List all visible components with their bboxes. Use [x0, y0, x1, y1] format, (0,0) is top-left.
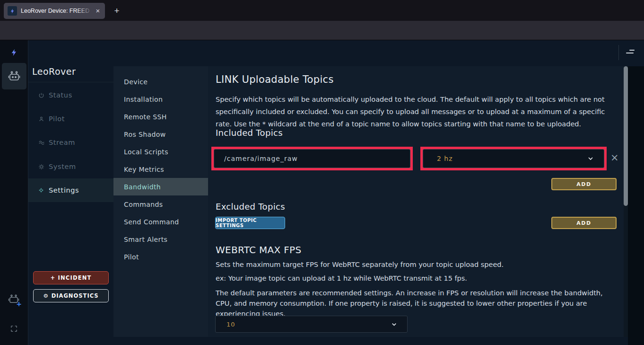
tab-close-icon[interactable]: ×	[94, 7, 102, 15]
menu-item-device[interactable]: Device	[113, 73, 208, 90]
menu-item-label: Key Metrics	[124, 166, 164, 173]
chevron-down-icon	[391, 321, 398, 328]
menu-item-remote-ssh[interactable]: Remote SSH	[113, 108, 208, 125]
sidebar-item-status[interactable]: Status	[28, 83, 113, 107]
fps-select[interactable]: 10	[215, 316, 408, 333]
menu-item-label: Installation	[124, 96, 163, 103]
fullscreen-button[interactable]	[10, 325, 18, 335]
gear-icon	[38, 164, 45, 170]
scrollbar-track[interactable]	[624, 66, 628, 337]
menu-item-pilot[interactable]: Pilot	[113, 248, 208, 265]
diagnostics-label: DIAGNOSTICS	[52, 292, 99, 299]
device-name: LeoRover	[32, 66, 76, 77]
included-topics-heading: Included Topics	[216, 128, 283, 138]
remove-topic-button[interactable]: ×	[610, 152, 619, 163]
chevron-down-icon	[587, 155, 594, 162]
menu-item-label: Smart Alerts	[124, 236, 167, 243]
webrtc-line3: The default parameters are recommended s…	[216, 288, 618, 319]
menu-item-label: Pilot	[124, 253, 139, 261]
settings-submenu: Device Installation Remote SSH Ros Shado…	[113, 66, 208, 337]
power-icon	[38, 92, 45, 98]
menu-item-local-scripts[interactable]: Local Scripts	[113, 143, 208, 160]
menu-item-label: Device	[124, 78, 148, 86]
page-title: LINK Uploadable Topics	[216, 74, 334, 85]
sidebar-item-stream[interactable]: Stream	[28, 131, 113, 154]
plus-icon: +	[16, 300, 22, 308]
sidebar-item-label: Stream	[49, 139, 75, 146]
menu-item-label: Ros Shadow	[124, 131, 166, 138]
diagnostics-button[interactable]: ⚙ DIAGNOSTICS	[33, 289, 109, 302]
sidebar-item-settings[interactable]: Settings	[28, 178, 113, 202]
browser-tab[interactable]: LeoRover Device: FREED ×	[4, 3, 105, 19]
menu-item-send-command[interactable]: Send Command	[113, 213, 208, 230]
fullscreen-icon	[10, 325, 18, 333]
topic-name-input[interactable]	[214, 149, 410, 168]
excluded-topics-heading: Excluded Topics	[216, 202, 285, 212]
robot-icon	[8, 71, 20, 81]
menu-item-label: Commands	[124, 201, 163, 208]
sidebar-item-label: Pilot	[49, 115, 65, 123]
menu-item-label: Send Command	[124, 218, 179, 226]
section-description: Specify which topics will be automatical…	[216, 93, 620, 130]
menu-item-label: Remote SSH	[124, 113, 167, 121]
favicon-tile	[8, 6, 17, 16]
rate-select-value: 2 hz	[423, 155, 587, 162]
rate-select[interactable]: 2 hz	[423, 149, 604, 168]
add-included-topic-button[interactable]: ADD	[551, 178, 617, 190]
webrtc-line1: Sets the maximum target FPS for WebRTC s…	[216, 261, 504, 268]
header-divider	[618, 45, 619, 60]
sidebar-item-system[interactable]: System	[28, 155, 113, 178]
menu-item-smart-alerts[interactable]: Smart Alerts	[113, 230, 208, 248]
import-topic-settings-button[interactable]: IMPORT TOPIC SETTINGS	[215, 217, 285, 229]
right-gutter	[628, 66, 644, 345]
sidebar-divider	[28, 82, 113, 82]
webrtc-heading: WEBRTC MAX FPS	[216, 244, 301, 256]
sidebar-item-label: Settings	[49, 186, 79, 194]
topic-input-highlight	[211, 147, 413, 170]
waves-icon	[38, 139, 45, 146]
menu-item-ros-shadow[interactable]: Ros Shadow	[113, 125, 208, 143]
fps-select-value: 10	[216, 321, 391, 328]
rate-select-highlight: 2 hz	[420, 147, 607, 170]
webrtc-line2: ex: Your image topic can upload at 1 hz …	[216, 274, 467, 282]
tab-strip: LeoRover Device: FREED × +	[0, 0, 644, 21]
device-robot-button[interactable]	[2, 63, 26, 89]
menu-item-label: Local Scripts	[124, 148, 168, 156]
left-rail: +	[0, 40, 28, 345]
menu-item-key-metrics[interactable]: Key Metrics	[113, 160, 208, 178]
gear-icon: ⚙	[43, 292, 48, 299]
sidebar-item-label: System	[49, 163, 76, 170]
freedom-robotics-app: + LeoRover Status Pilot	[0, 40, 644, 345]
new-tab-button[interactable]: +	[111, 5, 123, 17]
tab-title-fade	[77, 3, 93, 19]
lightning-bolt-icon	[10, 8, 15, 15]
menu-item-label: Bandwidth	[124, 183, 161, 191]
browser-toolbar: ← → ↻	[0, 21, 644, 40]
menu-item-bandwidth[interactable]: Bandwidth	[113, 178, 208, 195]
add-device-button[interactable]: +	[8, 294, 19, 306]
scrollbar-thumb[interactable]	[624, 66, 628, 206]
add-excluded-topic-button[interactable]: ADD	[551, 217, 617, 229]
browser-window: LeoRover Device: FREED × + ← → ↻	[0, 0, 644, 345]
gear-icon	[38, 187, 45, 193]
menu-item-installation[interactable]: Installation	[113, 90, 208, 108]
incident-button[interactable]: + INCIDENT	[33, 271, 109, 284]
panel-collapse-icon[interactable]	[626, 50, 635, 55]
person-icon	[38, 116, 45, 122]
sidebar-item-label: Status	[49, 91, 72, 99]
sidebar-item-pilot[interactable]: Pilot	[28, 107, 113, 131]
brand-lightning-icon[interactable]	[10, 47, 18, 60]
menu-item-commands[interactable]: Commands	[113, 195, 208, 213]
bandwidth-settings-panel: LINK Uploadable Topics Specify which top…	[208, 66, 625, 337]
